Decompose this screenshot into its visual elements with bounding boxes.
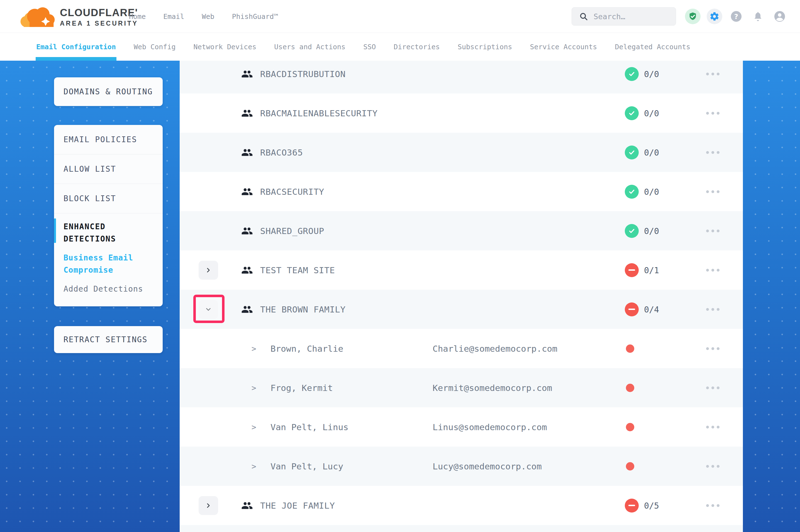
group-people-icon <box>241 225 253 237</box>
member-count: 0/0 <box>644 187 659 196</box>
member-email: Kermit@somedemocorp.com <box>433 383 552 393</box>
content-panel: RBACDISTRUBUTION0/0RBACMAILENABLESECURIT… <box>180 61 743 532</box>
tab-web-config[interactable]: Web Config <box>134 33 176 61</box>
check-icon <box>628 109 636 117</box>
member-caret-icon: > <box>252 422 256 432</box>
bell-icon[interactable] <box>750 8 766 24</box>
check-icon <box>628 70 636 78</box>
group-name: RBACO365 <box>260 148 303 157</box>
member-email: Lucy@somedemocorp.com <box>433 461 542 471</box>
status-dot-alert <box>626 462 634 471</box>
table-row-partial <box>180 525 743 532</box>
collapse-group-button[interactable] <box>199 300 218 319</box>
sidebar-card-policies: EMAIL POLICIESALLOW LISTBLOCK LIST ENHAN… <box>54 125 163 306</box>
svg-text:?: ? <box>734 13 738 21</box>
table-row-member[interactable]: >Van Pelt, LinusLinus@somedemocorp.com <box>180 407 743 446</box>
row-menu-button[interactable] <box>705 109 721 117</box>
table-row-member[interactable]: >Van Pelt, LucyLucy@somedemocorp.com <box>180 446 743 486</box>
group-name: TEST TEAM SITE <box>260 265 335 275</box>
table-row-group[interactable]: RBACMAILENABLESECURITY0/0 <box>180 94 743 133</box>
sidebar-card-retract-settings[interactable]: RETRACT SETTINGS <box>54 326 163 353</box>
tab-directories[interactable]: Directories <box>394 33 440 61</box>
tab-users-and-actions[interactable]: Users and Actions <box>274 33 345 61</box>
sidebar-item-email-policies[interactable]: EMAIL POLICIES <box>54 125 163 154</box>
chevron-right-icon <box>205 267 212 274</box>
member-caret-icon: > <box>252 383 256 392</box>
table-row-group[interactable]: RBACDISTRUBUTION0/0 <box>180 61 743 94</box>
member-count: 0/5 <box>644 500 659 510</box>
table-row-member[interactable]: >Brown, CharlieCharlie@somedemocorp.com <box>180 329 743 368</box>
expand-group-button[interactable] <box>199 261 218 280</box>
group-people-icon <box>241 186 253 197</box>
group-table: RBACDISTRUBUTION0/0RBACMAILENABLESECURIT… <box>180 61 743 532</box>
minus-icon <box>629 269 635 271</box>
policy-links: Business Email CompromiseAdded Detection… <box>63 252 154 295</box>
group-name: THE JOE FAMILY <box>260 500 335 511</box>
row-menu-button[interactable] <box>705 384 721 392</box>
member-caret-icon: > <box>252 462 256 471</box>
cloudflare-logo: CLOUDFLARE' AREA 1 SECURITY <box>15 3 138 30</box>
member-email: Linus@somedemocorp.com <box>433 422 547 432</box>
logo-brand-text: CLOUDFLARE' <box>60 7 138 18</box>
row-menu-button[interactable] <box>705 423 721 431</box>
sidebar-card-domains-routing[interactable]: DOMAINS & ROUTING <box>54 77 163 106</box>
shield-check-icon[interactable] <box>685 8 701 24</box>
table-row-group[interactable]: TEST TEAM SITE0/1 <box>180 250 743 290</box>
top-nav-item-email[interactable]: Email <box>163 13 184 21</box>
row-menu-button[interactable] <box>705 148 721 157</box>
group-name: RBACDISTRUBUTION <box>260 69 346 79</box>
check-icon <box>628 227 636 235</box>
table-row-group[interactable]: THE BROWN FAMILY0/4 <box>180 290 743 329</box>
row-menu-button[interactable] <box>705 501 721 510</box>
settings-gear-icon[interactable] <box>707 8 722 24</box>
sidebar-item-block-list[interactable]: BLOCK LIST <box>54 184 163 213</box>
table-row-group[interactable]: RBACSECURITY0/0 <box>180 172 743 211</box>
top-nav-item-phishguard[interactable]: PhishGuard™ <box>232 13 278 21</box>
row-menu-button[interactable] <box>705 70 721 78</box>
help-icon[interactable]: ? <box>728 8 744 24</box>
tab-email-configuration[interactable]: Email Configuration <box>36 33 116 61</box>
sidebar-item-allow-list[interactable]: ALLOW LIST <box>54 154 163 184</box>
table-row-group[interactable]: SHARED_GROUP0/0 <box>180 211 743 250</box>
member-count: 0/0 <box>644 226 659 236</box>
status-badge-ok <box>625 146 639 159</box>
group-people-icon <box>241 108 253 119</box>
table-row-member[interactable]: >Frog, KermitKermit@somedemocorp.com <box>180 368 743 407</box>
row-menu-button[interactable] <box>705 305 721 314</box>
group-people-icon <box>241 68 253 80</box>
row-menu-button[interactable] <box>705 344 721 353</box>
active-link-indicator <box>54 218 56 243</box>
search-input[interactable] <box>594 12 669 21</box>
tab-subscriptions[interactable]: Subscriptions <box>458 33 512 61</box>
member-count: 0/1 <box>644 265 659 275</box>
sidebar-item-business-email-compromise[interactable]: Business Email Compromise <box>63 252 147 276</box>
tab-service-accounts[interactable]: Service Accounts <box>530 33 597 61</box>
row-menu-button[interactable] <box>705 188 721 196</box>
table-row-group[interactable]: RBACO3650/0 <box>180 133 743 172</box>
top-nav-item-home[interactable]: Home <box>129 13 146 21</box>
group-people-icon <box>241 264 253 276</box>
check-icon <box>628 149 636 156</box>
member-caret-icon: > <box>252 344 256 353</box>
check-icon <box>628 188 636 196</box>
row-menu-button[interactable] <box>705 266 721 274</box>
tab-sso[interactable]: SSO <box>363 33 376 61</box>
chevron-down-icon <box>205 306 212 313</box>
top-nav: HomeEmailWebPhishGuard™ <box>129 0 278 33</box>
status-badge-blocked <box>625 499 639 513</box>
tab-network-devices[interactable]: Network Devices <box>194 33 257 61</box>
row-menu-button[interactable] <box>705 227 721 235</box>
search-icon <box>579 12 588 21</box>
status-dot-alert <box>626 384 634 392</box>
top-nav-item-web[interactable]: Web <box>202 13 214 21</box>
table-row-group[interactable]: THE JOE FAMILY0/5 <box>180 486 743 525</box>
account-icon[interactable] <box>772 8 787 24</box>
row-menu-button[interactable] <box>705 462 721 471</box>
group-name: THE BROWN FAMILY <box>260 304 346 315</box>
policy-items: EMAIL POLICIESALLOW LISTBLOCK LIST <box>54 125 163 213</box>
tab-delegated-accounts[interactable]: Delegated Accounts <box>615 33 690 61</box>
expand-group-button[interactable] <box>199 496 218 515</box>
search-box[interactable] <box>571 7 676 25</box>
group-name: RBACMAILENABLESECURITY <box>260 108 378 118</box>
sidebar-item-added-detections[interactable]: Added Detections <box>63 283 147 295</box>
